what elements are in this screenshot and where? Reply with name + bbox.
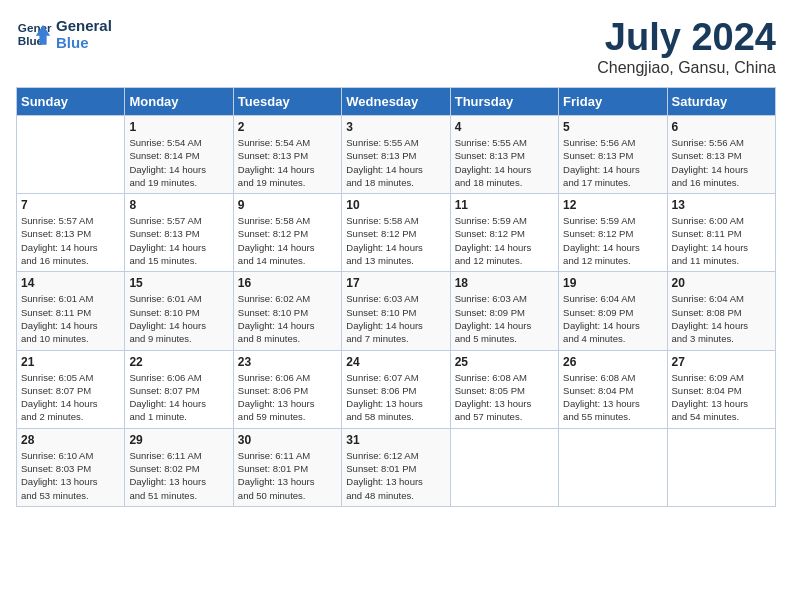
- day-number: 3: [346, 120, 445, 134]
- day-number: 19: [563, 276, 662, 290]
- day-info: Sunrise: 6:11 AM Sunset: 8:01 PM Dayligh…: [238, 449, 337, 502]
- calendar-week-1: 1Sunrise: 5:54 AM Sunset: 8:14 PM Daylig…: [17, 116, 776, 194]
- day-number: 17: [346, 276, 445, 290]
- day-info: Sunrise: 6:05 AM Sunset: 8:07 PM Dayligh…: [21, 371, 120, 424]
- day-info: Sunrise: 6:04 AM Sunset: 8:08 PM Dayligh…: [672, 292, 771, 345]
- day-number: 28: [21, 433, 120, 447]
- day-info: Sunrise: 5:58 AM Sunset: 8:12 PM Dayligh…: [346, 214, 445, 267]
- day-number: 27: [672, 355, 771, 369]
- day-number: 15: [129, 276, 228, 290]
- calendar-cell: 10Sunrise: 5:58 AM Sunset: 8:12 PM Dayli…: [342, 194, 450, 272]
- calendar-cell: 2Sunrise: 5:54 AM Sunset: 8:13 PM Daylig…: [233, 116, 341, 194]
- day-number: 9: [238, 198, 337, 212]
- day-info: Sunrise: 5:56 AM Sunset: 8:13 PM Dayligh…: [672, 136, 771, 189]
- weekday-header-sunday: Sunday: [17, 88, 125, 116]
- day-info: Sunrise: 6:11 AM Sunset: 8:02 PM Dayligh…: [129, 449, 228, 502]
- calendar-cell: 14Sunrise: 6:01 AM Sunset: 8:11 PM Dayli…: [17, 272, 125, 350]
- day-number: 16: [238, 276, 337, 290]
- day-info: Sunrise: 6:12 AM Sunset: 8:01 PM Dayligh…: [346, 449, 445, 502]
- calendar-week-4: 21Sunrise: 6:05 AM Sunset: 8:07 PM Dayli…: [17, 350, 776, 428]
- day-number: 30: [238, 433, 337, 447]
- calendar-cell: 9Sunrise: 5:58 AM Sunset: 8:12 PM Daylig…: [233, 194, 341, 272]
- calendar-cell: 11Sunrise: 5:59 AM Sunset: 8:12 PM Dayli…: [450, 194, 558, 272]
- calendar-cell: 6Sunrise: 5:56 AM Sunset: 8:13 PM Daylig…: [667, 116, 775, 194]
- day-number: 23: [238, 355, 337, 369]
- day-info: Sunrise: 6:00 AM Sunset: 8:11 PM Dayligh…: [672, 214, 771, 267]
- calendar-cell: 26Sunrise: 6:08 AM Sunset: 8:04 PM Dayli…: [559, 350, 667, 428]
- weekday-header-friday: Friday: [559, 88, 667, 116]
- calendar-cell: 5Sunrise: 5:56 AM Sunset: 8:13 PM Daylig…: [559, 116, 667, 194]
- calendar-cell: [559, 428, 667, 506]
- day-info: Sunrise: 5:54 AM Sunset: 8:14 PM Dayligh…: [129, 136, 228, 189]
- day-info: Sunrise: 5:59 AM Sunset: 8:12 PM Dayligh…: [563, 214, 662, 267]
- calendar-cell: 23Sunrise: 6:06 AM Sunset: 8:06 PM Dayli…: [233, 350, 341, 428]
- day-info: Sunrise: 6:09 AM Sunset: 8:04 PM Dayligh…: [672, 371, 771, 424]
- calendar-cell: 24Sunrise: 6:07 AM Sunset: 8:06 PM Dayli…: [342, 350, 450, 428]
- calendar-cell: 29Sunrise: 6:11 AM Sunset: 8:02 PM Dayli…: [125, 428, 233, 506]
- day-number: 5: [563, 120, 662, 134]
- day-number: 6: [672, 120, 771, 134]
- calendar-cell: 20Sunrise: 6:04 AM Sunset: 8:08 PM Dayli…: [667, 272, 775, 350]
- logo-icon: General Blue: [16, 16, 52, 52]
- weekday-header-wednesday: Wednesday: [342, 88, 450, 116]
- day-number: 4: [455, 120, 554, 134]
- calendar-week-3: 14Sunrise: 6:01 AM Sunset: 8:11 PM Dayli…: [17, 272, 776, 350]
- location-title: Chengjiao, Gansu, China: [597, 59, 776, 77]
- day-number: 26: [563, 355, 662, 369]
- month-title: July 2024: [597, 16, 776, 59]
- day-info: Sunrise: 6:01 AM Sunset: 8:11 PM Dayligh…: [21, 292, 120, 345]
- calendar-cell: [17, 116, 125, 194]
- calendar-cell: 25Sunrise: 6:08 AM Sunset: 8:05 PM Dayli…: [450, 350, 558, 428]
- calendar-cell: 3Sunrise: 5:55 AM Sunset: 8:13 PM Daylig…: [342, 116, 450, 194]
- calendar-cell: 17Sunrise: 6:03 AM Sunset: 8:10 PM Dayli…: [342, 272, 450, 350]
- weekday-header-thursday: Thursday: [450, 88, 558, 116]
- day-info: Sunrise: 5:55 AM Sunset: 8:13 PM Dayligh…: [346, 136, 445, 189]
- calendar-cell: 31Sunrise: 6:12 AM Sunset: 8:01 PM Dayli…: [342, 428, 450, 506]
- weekday-header-tuesday: Tuesday: [233, 88, 341, 116]
- day-number: 1: [129, 120, 228, 134]
- calendar-cell: 15Sunrise: 6:01 AM Sunset: 8:10 PM Dayli…: [125, 272, 233, 350]
- calendar-cell: 28Sunrise: 6:10 AM Sunset: 8:03 PM Dayli…: [17, 428, 125, 506]
- day-info: Sunrise: 5:55 AM Sunset: 8:13 PM Dayligh…: [455, 136, 554, 189]
- calendar-cell: 21Sunrise: 6:05 AM Sunset: 8:07 PM Dayli…: [17, 350, 125, 428]
- title-area: July 2024 Chengjiao, Gansu, China: [597, 16, 776, 77]
- calendar-week-2: 7Sunrise: 5:57 AM Sunset: 8:13 PM Daylig…: [17, 194, 776, 272]
- calendar-cell: [450, 428, 558, 506]
- calendar-cell: 7Sunrise: 5:57 AM Sunset: 8:13 PM Daylig…: [17, 194, 125, 272]
- calendar-table: SundayMondayTuesdayWednesdayThursdayFrid…: [16, 87, 776, 507]
- day-info: Sunrise: 6:08 AM Sunset: 8:05 PM Dayligh…: [455, 371, 554, 424]
- day-number: 14: [21, 276, 120, 290]
- day-number: 29: [129, 433, 228, 447]
- weekday-header-saturday: Saturday: [667, 88, 775, 116]
- day-info: Sunrise: 5:56 AM Sunset: 8:13 PM Dayligh…: [563, 136, 662, 189]
- day-info: Sunrise: 5:57 AM Sunset: 8:13 PM Dayligh…: [129, 214, 228, 267]
- day-number: 8: [129, 198, 228, 212]
- day-info: Sunrise: 6:06 AM Sunset: 8:06 PM Dayligh…: [238, 371, 337, 424]
- calendar-cell: 22Sunrise: 6:06 AM Sunset: 8:07 PM Dayli…: [125, 350, 233, 428]
- day-info: Sunrise: 6:03 AM Sunset: 8:10 PM Dayligh…: [346, 292, 445, 345]
- day-info: Sunrise: 6:01 AM Sunset: 8:10 PM Dayligh…: [129, 292, 228, 345]
- day-number: 13: [672, 198, 771, 212]
- day-number: 18: [455, 276, 554, 290]
- day-number: 22: [129, 355, 228, 369]
- logo: General Blue General Blue: [16, 16, 112, 52]
- day-number: 2: [238, 120, 337, 134]
- day-info: Sunrise: 6:07 AM Sunset: 8:06 PM Dayligh…: [346, 371, 445, 424]
- day-number: 12: [563, 198, 662, 212]
- calendar-cell: 13Sunrise: 6:00 AM Sunset: 8:11 PM Dayli…: [667, 194, 775, 272]
- logo-text: General Blue: [56, 17, 112, 51]
- day-number: 7: [21, 198, 120, 212]
- day-number: 25: [455, 355, 554, 369]
- day-number: 20: [672, 276, 771, 290]
- day-info: Sunrise: 5:59 AM Sunset: 8:12 PM Dayligh…: [455, 214, 554, 267]
- calendar-cell: 8Sunrise: 5:57 AM Sunset: 8:13 PM Daylig…: [125, 194, 233, 272]
- header: General Blue General Blue July 2024 Chen…: [16, 16, 776, 77]
- calendar-cell: 16Sunrise: 6:02 AM Sunset: 8:10 PM Dayli…: [233, 272, 341, 350]
- calendar-cell: 12Sunrise: 5:59 AM Sunset: 8:12 PM Dayli…: [559, 194, 667, 272]
- day-info: Sunrise: 6:10 AM Sunset: 8:03 PM Dayligh…: [21, 449, 120, 502]
- calendar-cell: 19Sunrise: 6:04 AM Sunset: 8:09 PM Dayli…: [559, 272, 667, 350]
- calendar-cell: 4Sunrise: 5:55 AM Sunset: 8:13 PM Daylig…: [450, 116, 558, 194]
- calendar-cell: 18Sunrise: 6:03 AM Sunset: 8:09 PM Dayli…: [450, 272, 558, 350]
- day-number: 11: [455, 198, 554, 212]
- weekday-header-row: SundayMondayTuesdayWednesdayThursdayFrid…: [17, 88, 776, 116]
